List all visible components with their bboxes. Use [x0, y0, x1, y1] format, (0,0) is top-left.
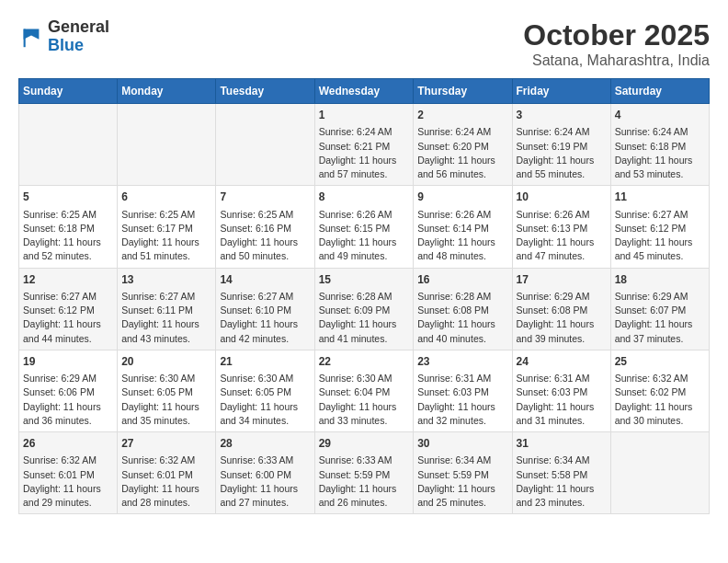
cell-content-line: and 27 minutes. — [220, 497, 289, 508]
cell-content-line: Sunrise: 6:29 AM — [517, 291, 590, 302]
cell-content-line: and 42 minutes. — [220, 333, 289, 344]
cell-content-line: and 29 minutes. — [23, 497, 92, 508]
cell-content-line: and 53 minutes. — [615, 168, 684, 179]
cell-content-line: and 45 minutes. — [615, 250, 684, 261]
cell-content-line: Sunset: 6:01 PM — [23, 469, 95, 480]
day-number: 22 — [319, 354, 410, 370]
location-subtitle: Satana, Maharashtra, India — [523, 52, 710, 69]
calendar-week-row: 12Sunrise: 6:27 AMSunset: 6:12 PMDayligh… — [19, 268, 710, 350]
calendar-cell: 31Sunrise: 6:34 AMSunset: 5:58 PMDayligh… — [512, 432, 610, 514]
weekday-header: Tuesday — [216, 79, 314, 104]
cell-content-line: Daylight: 11 hours — [220, 483, 298, 494]
day-number: 26 — [23, 436, 113, 452]
day-number: 15 — [319, 272, 410, 288]
cell-content-line: Sunrise: 6:26 AM — [517, 209, 590, 220]
day-number: 1 — [319, 108, 410, 123]
cell-content-line: Daylight: 11 hours — [220, 318, 298, 329]
cell-content-line: Daylight: 11 hours — [417, 401, 495, 412]
cell-content-line: and 43 minutes. — [121, 333, 190, 344]
cell-content-line: Daylight: 11 hours — [121, 483, 199, 494]
calendar-body: 1Sunrise: 6:24 AMSunset: 6:21 PMDaylight… — [19, 104, 710, 514]
calendar-week-row: 1Sunrise: 6:24 AMSunset: 6:21 PMDaylight… — [19, 104, 710, 186]
calendar-cell: 12Sunrise: 6:27 AMSunset: 6:12 PMDayligh… — [19, 268, 118, 350]
month-title: October 2025 — [523, 18, 710, 52]
cell-content-line: Daylight: 11 hours — [220, 401, 298, 412]
cell-content-line: Sunset: 6:18 PM — [23, 223, 95, 234]
logo-icon — [18, 24, 44, 50]
cell-content-line: Daylight: 11 hours — [319, 318, 397, 329]
cell-content-line: Sunrise: 6:28 AM — [417, 291, 491, 302]
cell-content-line: Daylight: 11 hours — [121, 236, 199, 247]
cell-content-line: Sunrise: 6:27 AM — [121, 291, 195, 302]
day-number: 14 — [220, 272, 310, 288]
cell-content-line: Sunset: 6:09 PM — [319, 304, 391, 316]
day-number: 16 — [417, 272, 507, 288]
calendar-cell: 30Sunrise: 6:34 AMSunset: 5:59 PMDayligh… — [414, 432, 512, 514]
cell-content-line: Sunrise: 6:27 AM — [615, 209, 688, 220]
cell-content-line: Sunset: 6:08 PM — [517, 304, 588, 316]
calendar-cell: 10Sunrise: 6:26 AMSunset: 6:13 PMDayligh… — [512, 186, 610, 268]
calendar-cell: 8Sunrise: 6:26 AMSunset: 6:15 PMDaylight… — [314, 186, 414, 268]
cell-content-line: Daylight: 11 hours — [615, 401, 693, 412]
cell-content-line: and 51 minutes. — [121, 250, 190, 261]
cell-content-line: Daylight: 11 hours — [121, 318, 199, 329]
cell-content-line: Sunset: 6:08 PM — [417, 304, 489, 316]
cell-content-line: Daylight: 11 hours — [220, 236, 298, 247]
cell-content-line: Sunset: 6:04 PM — [319, 386, 391, 397]
cell-content-line: Daylight: 11 hours — [517, 318, 595, 329]
logo-blue: Blue — [48, 36, 84, 54]
cell-content-line: Sunrise: 6:33 AM — [319, 454, 392, 465]
day-number: 11 — [615, 190, 705, 205]
cell-content-line: Sunset: 6:02 PM — [615, 386, 687, 397]
cell-content-line: Daylight: 11 hours — [417, 318, 495, 329]
cell-content-line: Sunset: 6:19 PM — [517, 141, 588, 152]
cell-content-line: and 41 minutes. — [319, 333, 388, 344]
cell-content-line: and 30 minutes. — [615, 415, 684, 426]
cell-content-line: Daylight: 11 hours — [517, 401, 595, 412]
cell-content-line: Sunrise: 6:32 AM — [121, 454, 195, 465]
cell-content-line: Daylight: 11 hours — [23, 483, 101, 494]
cell-content-line: Daylight: 11 hours — [615, 236, 693, 247]
calendar-cell — [216, 104, 314, 186]
day-number: 19 — [23, 354, 113, 370]
calendar-cell: 27Sunrise: 6:32 AMSunset: 6:01 PMDayligh… — [118, 432, 216, 514]
cell-content-line: Sunset: 5:59 PM — [417, 469, 489, 480]
title-block: October 2025 Satana, Maharashtra, India — [523, 18, 710, 69]
cell-content-line: Sunrise: 6:30 AM — [121, 373, 195, 384]
logo: General Blue — [18, 18, 109, 55]
day-number: 3 — [517, 108, 607, 123]
calendar-week-row: 5Sunrise: 6:25 AMSunset: 6:18 PMDaylight… — [19, 186, 710, 268]
day-number: 18 — [615, 272, 705, 288]
calendar-week-row: 19Sunrise: 6:29 AMSunset: 6:06 PMDayligh… — [19, 350, 710, 431]
day-number: 17 — [517, 272, 607, 288]
calendar-cell: 21Sunrise: 6:30 AMSunset: 6:05 PMDayligh… — [216, 350, 314, 431]
cell-content-line: Sunset: 6:14 PM — [417, 223, 489, 234]
calendar-cell: 13Sunrise: 6:27 AMSunset: 6:11 PMDayligh… — [118, 268, 216, 350]
cell-content-line: Daylight: 11 hours — [417, 483, 495, 494]
cell-content-line: Sunrise: 6:32 AM — [23, 454, 97, 465]
calendar-cell: 15Sunrise: 6:28 AMSunset: 6:09 PMDayligh… — [314, 268, 414, 350]
day-number: 25 — [615, 354, 705, 370]
cell-content-line: Sunset: 5:58 PM — [517, 469, 588, 480]
day-number: 9 — [417, 190, 507, 205]
cell-content-line: Sunset: 6:13 PM — [517, 223, 588, 234]
calendar-cell: 28Sunrise: 6:33 AMSunset: 6:00 PMDayligh… — [216, 432, 314, 514]
calendar-cell: 7Sunrise: 6:25 AMSunset: 6:16 PMDaylight… — [216, 186, 314, 268]
cell-content-line: Daylight: 11 hours — [23, 236, 101, 247]
calendar-cell: 25Sunrise: 6:32 AMSunset: 6:02 PMDayligh… — [610, 350, 709, 431]
cell-content-line: Daylight: 11 hours — [319, 483, 397, 494]
cell-content-line: and 34 minutes. — [220, 415, 289, 426]
weekday-header: Thursday — [414, 79, 512, 104]
calendar-cell: 20Sunrise: 6:30 AMSunset: 6:05 PMDayligh… — [118, 350, 216, 431]
weekday-header: Wednesday — [314, 79, 414, 104]
day-number: 24 — [517, 354, 607, 370]
cell-content-line: Sunrise: 6:24 AM — [319, 126, 392, 137]
cell-content-line: Daylight: 11 hours — [615, 318, 693, 329]
calendar-cell: 4Sunrise: 6:24 AMSunset: 6:18 PMDaylight… — [610, 104, 709, 186]
cell-content-line: Daylight: 11 hours — [517, 236, 595, 247]
calendar-cell: 29Sunrise: 6:33 AMSunset: 5:59 PMDayligh… — [314, 432, 414, 514]
cell-content-line: Sunset: 6:12 PM — [615, 223, 687, 234]
calendar-cell: 22Sunrise: 6:30 AMSunset: 6:04 PMDayligh… — [314, 350, 414, 431]
day-number: 12 — [23, 272, 113, 288]
cell-content-line: Daylight: 11 hours — [23, 401, 101, 412]
